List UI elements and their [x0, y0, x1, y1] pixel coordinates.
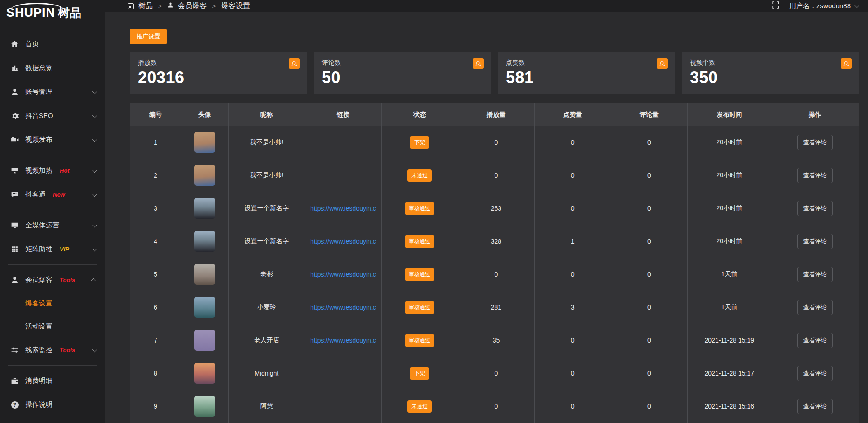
likes-cell: 0: [534, 126, 611, 159]
view-comments-button[interactable]: 查看评论: [797, 366, 833, 381]
stat-value: 350: [690, 68, 851, 87]
likes-cell: 0: [534, 159, 611, 192]
table-row: 3 设置一个新名字 https://www.iesdouyin.c 审核通过 2…: [130, 192, 859, 225]
stat-label: 视频个数: [690, 59, 851, 67]
total-badge: 总: [657, 58, 668, 69]
sidebar-item-data-overview[interactable]: 数据总览: [0, 56, 105, 80]
table-row: 7 老人开店 https://www.iesdouyin.c 审核通过 35 0…: [130, 324, 859, 357]
comments-cell: 0: [611, 192, 687, 225]
logo-arc: [10, 3, 64, 10]
video-link[interactable]: https://www.iesdouyin.c: [305, 337, 381, 344]
sidebar-item-video-heat[interactable]: 视频加热 Hot: [0, 159, 105, 183]
breadcrumb-item-shupin[interactable]: 树品: [138, 1, 153, 11]
actions-cell: 查看评论: [771, 324, 859, 357]
sidebar-subitem-baoke-settings[interactable]: 爆客设置: [0, 292, 105, 315]
view-comments-button[interactable]: 查看评论: [797, 201, 833, 216]
status-cell: 未通过: [382, 159, 458, 192]
view-comments-button[interactable]: 查看评论: [797, 399, 833, 414]
col-link: 链接: [305, 103, 381, 126]
avatar-cell: [181, 192, 228, 225]
avatar-cell: [181, 159, 228, 192]
vip-tag: VIP: [60, 246, 69, 253]
col-comments: 评论量: [611, 103, 687, 126]
video-link[interactable]: https://www.iesdouyin.c: [305, 205, 381, 212]
likes-cell: 0: [534, 357, 611, 390]
video-link[interactable]: https://www.iesdouyin.c: [305, 271, 381, 278]
view-comments-button[interactable]: 查看评论: [797, 135, 833, 150]
avatar: [194, 297, 215, 318]
sidebar-item-label: 视频加热: [25, 166, 52, 175]
row-id: 5: [130, 258, 181, 291]
sidebar-item-label: 消费明细: [25, 376, 52, 385]
plays-cell: 35: [458, 324, 534, 357]
likes-cell: 0: [534, 258, 611, 291]
sidebar-item-label: 抖客通: [25, 190, 46, 199]
stat-cards: 播放数 20316 总 评论数 50 总 点赞数 581 总 视频个数 350 …: [130, 52, 859, 94]
video-link[interactable]: https://www.iesdouyin.c: [305, 304, 381, 311]
status-badge: 审核通过: [405, 235, 434, 248]
chevron-down-icon: [92, 222, 97, 227]
table-row: 9 阿慧 未通过 0 0 0 2021-11-28 15:16 查看评论: [130, 390, 859, 423]
link-cell: https://www.iesdouyin.c: [305, 225, 381, 258]
stat-card-likes: 点赞数 581 总: [498, 52, 675, 94]
view-comments-button[interactable]: 查看评论: [797, 333, 833, 348]
publish-time-cell: 1天前: [688, 291, 771, 324]
sidebar-item-member-baoke[interactable]: 会员爆客 Tools: [0, 268, 105, 292]
publish-time-cell: 20小时前: [688, 159, 771, 192]
sidebar-item-douyin-seo[interactable]: 抖音SEO: [0, 104, 105, 128]
status-badge: 审核通过: [405, 268, 434, 281]
nickname-cell: 我不是小帅!: [228, 126, 305, 159]
sidebar-item-help[interactable]: 操作说明: [0, 393, 105, 417]
status-badge: 审核通过: [405, 334, 434, 347]
sidebar-item-account-mgmt[interactable]: 账号管理: [0, 80, 105, 104]
view-comments-button[interactable]: 查看评论: [797, 267, 833, 282]
sidebar-item-spend-detail[interactable]: 消费明细: [0, 369, 105, 393]
row-id: 9: [130, 390, 181, 423]
sidebar-item-lead-monitor[interactable]: 线索监控 Tools: [0, 338, 105, 362]
status-cell: 审核通过: [382, 225, 458, 258]
video-link[interactable]: https://www.iesdouyin.c: [305, 238, 381, 245]
view-comments-button[interactable]: 查看评论: [797, 168, 833, 183]
promo-settings-button[interactable]: 推广设置: [130, 29, 167, 44]
sidebar: SHUPIN 树品 首页 数据总览 账号管理 抖音SEO 视频发布: [0, 0, 105, 423]
col-publish-time: 发布时间: [688, 103, 771, 126]
sidebar-item-omnimedia[interactable]: 全媒体运营: [0, 213, 105, 237]
sidebar-item-home[interactable]: 首页: [0, 32, 105, 56]
likes-cell: 3: [534, 291, 611, 324]
sidebar-divider: [8, 210, 97, 210]
nickname-cell: 小爱玲: [228, 291, 305, 324]
sidebar-item-matrix-boost[interactable]: 矩阵助推 VIP: [0, 237, 105, 261]
sidebar-item-doukertong[interactable]: 抖客通 New: [0, 183, 105, 207]
user-menu[interactable]: 用户名：zswodun88: [789, 2, 858, 10]
likes-cell: 0: [534, 390, 611, 423]
username-label: 用户名：zswodun88: [789, 2, 851, 10]
plays-cell: 263: [458, 192, 534, 225]
link-cell: https://www.iesdouyin.c: [305, 192, 381, 225]
avatar: [194, 363, 215, 384]
sliders-icon: [11, 346, 19, 354]
new-tag: New: [53, 191, 65, 198]
actions-cell: 查看评论: [771, 159, 859, 192]
fullscreen-icon[interactable]: [772, 1, 779, 10]
sidebar-item-label: 线索监控: [25, 346, 52, 354]
sidebar-divider: [8, 264, 97, 265]
nickname-cell: 设置一个新名字: [228, 192, 305, 225]
sidebar-item-video-publish[interactable]: 视频发布: [0, 128, 105, 152]
chat-icon: [11, 191, 19, 198]
breadcrumb-item-member-baoke[interactable]: 会员爆客: [178, 1, 207, 11]
status-cell: 未通过: [382, 390, 458, 423]
view-comments-button[interactable]: 查看评论: [797, 300, 833, 315]
breadcrumb-item-baoke-settings: 爆客设置: [221, 1, 250, 11]
likes-cell: 0: [534, 324, 611, 357]
stat-value: 50: [322, 68, 483, 87]
status-cell: 审核通过: [382, 291, 458, 324]
link-cell: [305, 159, 381, 192]
col-avatar: 头像: [181, 103, 228, 126]
help-icon: [11, 401, 19, 409]
avatar-cell: [181, 357, 228, 390]
status-cell: 审核通过: [382, 192, 458, 225]
actions-cell: 查看评论: [771, 258, 859, 291]
view-comments-button[interactable]: 查看评论: [797, 234, 833, 249]
chevron-down-icon: [92, 113, 97, 118]
sidebar-subitem-activity-settings[interactable]: 活动设置: [0, 315, 105, 338]
